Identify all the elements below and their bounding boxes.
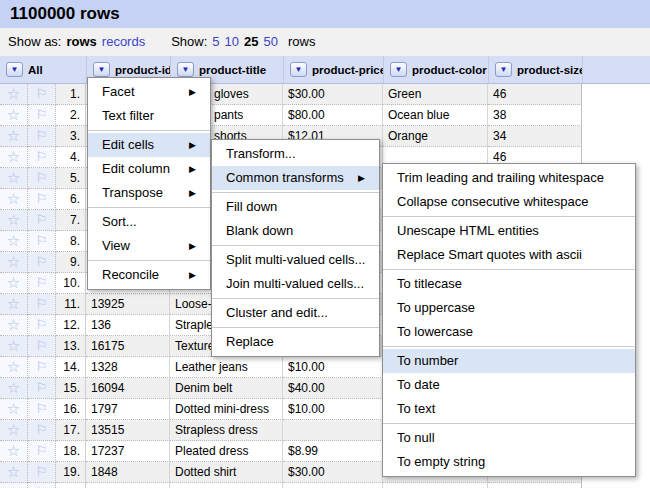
column-dropdown-button-product-price[interactable]: ▼ xyxy=(290,62,307,77)
star-cell[interactable]: ☆ xyxy=(0,189,28,210)
page-size-10[interactable]: 10 xyxy=(225,34,239,49)
flag-cell[interactable]: ⚐ xyxy=(28,210,56,231)
cell-product-price[interactable]: $10.00 xyxy=(283,357,383,378)
star-cell[interactable]: ☆ xyxy=(0,105,28,126)
cell-product-size[interactable]: 34 xyxy=(488,126,582,147)
star-cell[interactable]: ☆ xyxy=(0,336,28,357)
common-transforms-menu-item-to-uppercase[interactable]: To uppercase xyxy=(383,296,635,320)
flag-cell[interactable]: ⚐ xyxy=(28,273,56,294)
cell-product-price[interactable] xyxy=(283,420,383,441)
cell-product-id[interactable] xyxy=(86,483,170,488)
view-mode-records[interactable]: records xyxy=(102,34,145,49)
star-cell[interactable]: ☆ xyxy=(0,462,28,483)
flag-cell[interactable]: ⚐ xyxy=(28,315,56,336)
all-column-dropdown-button[interactable]: ▼ xyxy=(6,62,23,77)
cell-product-color[interactable] xyxy=(383,483,488,488)
cell-product-id[interactable]: 13515 xyxy=(86,420,170,441)
star-cell[interactable]: ☆ xyxy=(0,315,28,336)
flag-cell[interactable]: ⚐ xyxy=(28,231,56,252)
flag-cell[interactable]: ⚐ xyxy=(28,168,56,189)
star-cell[interactable]: ☆ xyxy=(0,273,28,294)
cell-product-title[interactable] xyxy=(170,483,283,488)
flag-cell[interactable]: ⚐ xyxy=(28,294,56,315)
cell-product-price[interactable]: $10.00 xyxy=(283,399,383,420)
flag-cell[interactable]: ⚐ xyxy=(28,378,56,399)
star-cell[interactable]: ☆ xyxy=(0,126,28,147)
star-cell[interactable]: ☆ xyxy=(0,483,28,488)
edit-cells-menu-item-fill-down[interactable]: Fill down xyxy=(212,195,379,219)
flag-cell[interactable]: ⚐ xyxy=(28,84,56,105)
star-cell[interactable]: ☆ xyxy=(0,357,28,378)
flag-cell[interactable]: ⚐ xyxy=(28,126,56,147)
edit-cells-menu-item-common-transforms[interactable]: Common transforms▶ xyxy=(212,166,379,190)
flag-cell[interactable]: ⚐ xyxy=(28,483,56,488)
column-menu-item-reconcile[interactable]: Reconcile▶ xyxy=(88,263,210,287)
common-transforms-menu-item-to-empty-string[interactable]: To empty string xyxy=(383,450,635,474)
cell-product-id[interactable]: 136 xyxy=(86,315,170,336)
flag-cell[interactable]: ⚐ xyxy=(28,357,56,378)
cell-product-id[interactable]: 1848 xyxy=(86,462,170,483)
column-menu-item-edit-column[interactable]: Edit column▶ xyxy=(88,157,210,181)
cell-product-size[interactable]: 38 xyxy=(488,105,582,126)
column-menu-item-text-filter[interactable]: Text filter xyxy=(88,104,210,128)
cell-product-title[interactable]: Leather jeans xyxy=(170,357,283,378)
flag-cell[interactable]: ⚐ xyxy=(28,462,56,483)
cell-product-id[interactable]: 1797 xyxy=(86,399,170,420)
cell-product-color[interactable]: Orange xyxy=(383,126,488,147)
column-menu-item-edit-cells[interactable]: Edit cells▶ xyxy=(88,133,210,157)
column-menu-item-sort[interactable]: Sort... xyxy=(88,210,210,234)
cell-product-price[interactable]: $30.00 xyxy=(283,84,383,105)
column-dropdown-button-product-size[interactable]: ▼ xyxy=(495,62,512,77)
edit-cells-menu-item-cluster-and-edit[interactable]: Cluster and edit... xyxy=(212,301,379,325)
common-transforms-menu-item-to-null[interactable]: To null xyxy=(383,426,635,450)
star-cell[interactable]: ☆ xyxy=(0,231,28,252)
edit-cells-menu-item-transform[interactable]: Transform... xyxy=(212,142,379,166)
star-cell[interactable]: ☆ xyxy=(0,168,28,189)
edit-cells-menu-item-split-multi-valued-cells[interactable]: Split multi-valued cells... xyxy=(212,248,379,272)
star-cell[interactable]: ☆ xyxy=(0,294,28,315)
flag-cell[interactable]: ⚐ xyxy=(28,399,56,420)
common-transforms-menu-item-to-titlecase[interactable]: To titlecase xyxy=(383,272,635,296)
column-dropdown-button-product-title[interactable]: ▼ xyxy=(177,62,194,77)
star-cell[interactable]: ☆ xyxy=(0,252,28,273)
common-transforms-menu-item-replace-smart-quotes-with-ascii[interactable]: Replace Smart quotes with ascii xyxy=(383,243,635,267)
star-cell[interactable]: ☆ xyxy=(0,441,28,462)
flag-cell[interactable]: ⚐ xyxy=(28,252,56,273)
flag-cell[interactable]: ⚐ xyxy=(28,189,56,210)
flag-cell[interactable]: ⚐ xyxy=(28,147,56,168)
star-cell[interactable]: ☆ xyxy=(0,84,28,105)
cell-product-price[interactable]: $80.00 xyxy=(283,105,383,126)
star-cell[interactable]: ☆ xyxy=(0,147,28,168)
column-menu-item-view[interactable]: View▶ xyxy=(88,234,210,258)
cell-product-color[interactable]: Ocean blue xyxy=(383,105,488,126)
cell-product-title[interactable]: Dotted shirt xyxy=(170,462,283,483)
star-cell[interactable]: ☆ xyxy=(0,399,28,420)
flag-cell[interactable]: ⚐ xyxy=(28,420,56,441)
edit-cells-menu-item-join-multi-valued-cells[interactable]: Join multi-valued cells... xyxy=(212,272,379,296)
common-transforms-menu-item-to-text[interactable]: To text xyxy=(383,397,635,421)
edit-cells-menu-item-replace[interactable]: Replace xyxy=(212,330,379,354)
common-transforms-menu-item-to-number[interactable]: To number xyxy=(383,349,635,373)
star-cell[interactable]: ☆ xyxy=(0,210,28,231)
column-dropdown-button-product-color[interactable]: ▼ xyxy=(390,62,407,77)
column-menu-item-transpose[interactable]: Transpose▶ xyxy=(88,181,210,205)
cell-product-id[interactable]: 16094 xyxy=(86,378,170,399)
cell-product-price[interactable] xyxy=(283,483,383,488)
cell-product-size[interactable]: 46 xyxy=(488,84,582,105)
common-transforms-menu-item-trim-leading-and-trailing-whitespace[interactable]: Trim leading and trailing whitespace xyxy=(383,166,635,190)
cell-product-id[interactable]: 13925 xyxy=(86,294,170,315)
star-cell[interactable]: ☆ xyxy=(0,378,28,399)
flag-cell[interactable]: ⚐ xyxy=(28,336,56,357)
star-cell[interactable]: ☆ xyxy=(0,420,28,441)
cell-product-title[interactable]: Pleated dress xyxy=(170,441,283,462)
cell-product-title[interactable]: Strapless dress xyxy=(170,420,283,441)
cell-product-id[interactable]: 17237 xyxy=(86,441,170,462)
flag-cell[interactable]: ⚐ xyxy=(28,441,56,462)
page-size-50[interactable]: 50 xyxy=(264,34,278,49)
common-transforms-menu-item-to-lowercase[interactable]: To lowercase xyxy=(383,320,635,344)
cell-product-color[interactable]: Green xyxy=(383,84,488,105)
cell-product-size[interactable] xyxy=(488,483,582,488)
common-transforms-menu-item-unescape-html-entities[interactable]: Unescape HTML entities xyxy=(383,219,635,243)
column-menu-item-facet[interactable]: Facet▶ xyxy=(88,80,210,104)
edit-cells-menu-item-blank-down[interactable]: Blank down xyxy=(212,219,379,243)
